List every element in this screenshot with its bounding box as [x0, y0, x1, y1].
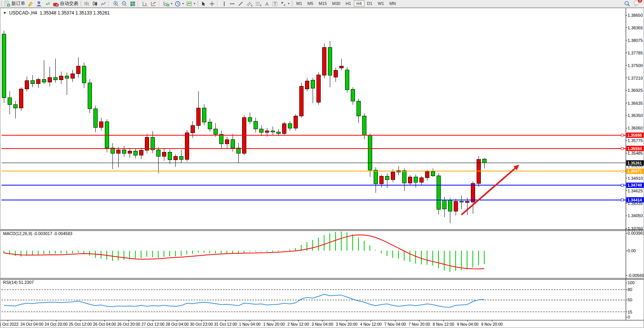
svg-text:30 Oct 23:00: 30 Oct 23:00: [190, 322, 213, 326]
timeframe-button-H1[interactable]: H1: [343, 0, 353, 6]
zoom-out-button[interactable]: [120, 0, 128, 7]
notifications-button[interactable]: 1: [633, 0, 640, 7]
mt4-terminal: 新订单 自动交易: [0, 0, 644, 328]
candlestick-chart-button[interactable]: [91, 0, 99, 7]
chart-ohlc-values: 1.35348 1.35374 1.35133 1.35261: [40, 10, 110, 16]
new-order-icon: [4, 1, 10, 7]
equidistant-channel-button[interactable]: E: [245, 0, 254, 7]
svg-text:1.36060: 1.36060: [628, 126, 643, 130]
template-icon: [186, 1, 192, 7]
svg-text:1.36350: 1.36350: [628, 113, 643, 118]
chart-shift-icon: [151, 1, 157, 7]
horizontal-line-icon: [229, 1, 235, 7]
vertical-line-button[interactable]: [220, 0, 228, 7]
templates-button[interactable]: ▾: [185, 0, 196, 7]
toolbar-separator: [108, 1, 111, 6]
main-toolbar: 新订单 自动交易: [0, 0, 644, 8]
svg-text:1.36925: 1.36925: [628, 88, 643, 93]
arrows-button[interactable]: ▾: [279, 0, 291, 7]
bar-chart-button[interactable]: [82, 0, 91, 7]
svg-text:1.35261: 1.35261: [628, 161, 642, 165]
svg-text:1.34414: 1.34414: [628, 198, 642, 202]
timeframe-button-M30[interactable]: M30: [329, 0, 343, 6]
timeframe-button-H4[interactable]: H4: [354, 0, 365, 6]
line-handle: [621, 147, 623, 150]
svg-text:-0.005601: -0.005601: [628, 273, 644, 278]
new-order-button[interactable]: 新订单: [3, 0, 26, 7]
timeframe-button-D1[interactable]: D1: [365, 0, 375, 6]
svg-text:1.35594: 1.35594: [628, 146, 642, 151]
highlighter-icon: [27, 1, 34, 7]
arrows-icon: [280, 1, 286, 7]
svg-text:9 Nov 04:00: 9 Nov 04:00: [457, 322, 479, 326]
svg-text:1.37500: 1.37500: [628, 63, 643, 68]
candlestick-chart-icon: [92, 1, 98, 7]
signals-button[interactable]: [43, 0, 51, 7]
trendline-icon: [238, 1, 244, 7]
svg-text:1.37210: 1.37210: [628, 76, 643, 80]
channel-icon: E: [246, 1, 253, 7]
periods-button[interactable]: ▾: [173, 0, 185, 7]
svg-text:1.35898: 1.35898: [628, 133, 642, 138]
cursor-button[interactable]: [199, 0, 208, 7]
chart-window[interactable]: ▼ USDCAD-,H4 1.35348 1.35374 1.35133 1.3…: [0, 8, 644, 328]
toolbar-separator: [138, 1, 140, 6]
timeframe-button-M15[interactable]: M15: [316, 0, 329, 6]
fibonacci-button[interactable]: F: [254, 0, 263, 7]
svg-text:3 Nov 04:00: 3 Nov 04:00: [312, 322, 333, 326]
svg-text:7 Nov 04:00: 7 Nov 04:00: [384, 322, 406, 326]
text-button[interactable]: A: [263, 0, 271, 7]
toolbar-grip[interactable]: [291, 1, 293, 6]
svg-text:50: 50: [628, 298, 632, 302]
new-order-label: 新订单: [11, 0, 25, 7]
svg-text:1.36635: 1.36635: [628, 101, 643, 106]
zoom-in-button[interactable]: [112, 0, 120, 7]
svg-text:24 Oct 20:00: 24 Oct 20:00: [45, 322, 67, 326]
trendline-button[interactable]: [236, 0, 245, 7]
macd-indicator-label: MACD(12,26,9) -0.003017 -0.004583: [3, 231, 72, 236]
timeframe-button-W1[interactable]: W1: [375, 0, 387, 6]
clock-icon: [175, 1, 181, 7]
indicators-button[interactable]: ▾: [162, 0, 173, 7]
svg-text:24 Oct 04:00: 24 Oct 04:00: [20, 322, 43, 326]
svg-text:1.34910: 1.34910: [628, 176, 643, 181]
chart-shift-button[interactable]: [149, 0, 158, 7]
svg-text:1.35775: 1.35775: [628, 138, 643, 143]
collapse-triangle-icon[interactable]: ▼: [3, 11, 6, 15]
svg-text:100: 100: [628, 280, 634, 285]
timeframe-button-M5[interactable]: M5: [305, 0, 316, 6]
highlighter-button[interactable]: [26, 0, 35, 7]
horizontal-line-button[interactable]: [228, 0, 236, 7]
fibonacci-icon: F: [255, 1, 262, 7]
svg-text:1.34749: 1.34749: [628, 183, 642, 187]
toolbar-grip[interactable]: [80, 1, 82, 6]
text-label-button[interactable]: T: [271, 0, 279, 7]
svg-text:T: T: [274, 2, 276, 6]
toolbar-grip[interactable]: [197, 1, 199, 6]
search-icon[interactable]: [624, 1, 630, 7]
community-button[interactable]: [35, 0, 43, 7]
line-chart-button[interactable]: [99, 0, 108, 7]
line-handle: [621, 134, 623, 136]
auto-scroll-button[interactable]: [141, 0, 149, 7]
dropdown-caret-icon: ▾: [182, 2, 184, 5]
svg-text:25 Oct 12:00: 25 Oct 12:00: [69, 322, 92, 326]
crosshair-icon: [209, 1, 215, 7]
svg-text:27 Oct 12:00: 27 Oct 12:00: [141, 322, 164, 326]
autotrading-label: 自动交易: [60, 0, 78, 7]
community-person-icon: [36, 1, 42, 7]
timeframe-button-MN[interactable]: MN: [387, 0, 398, 6]
chart-canvas[interactable]: 1.386501.383651.380751.377851.375001.372…: [0, 8, 644, 328]
crosshair-button[interactable]: [208, 0, 216, 7]
line-handle: [621, 184, 623, 186]
toolbar-grip[interactable]: [1, 1, 2, 6]
timeframe-button-M1[interactable]: M1: [294, 0, 305, 6]
svg-text:1.38650: 1.38650: [628, 13, 643, 18]
autotrading-button[interactable]: 自动交易: [51, 0, 79, 7]
svg-text:1.34050: 1.34050: [628, 213, 643, 218]
svg-text:9 Nov 20:00: 9 Nov 20:00: [481, 322, 503, 326]
svg-text:2 Nov 12:00: 2 Nov 12:00: [287, 322, 309, 326]
dropdown-caret-icon: ▾: [194, 2, 195, 5]
dropdown-caret-icon: ▾: [288, 2, 289, 5]
tile-windows-button[interactable]: [128, 0, 137, 7]
